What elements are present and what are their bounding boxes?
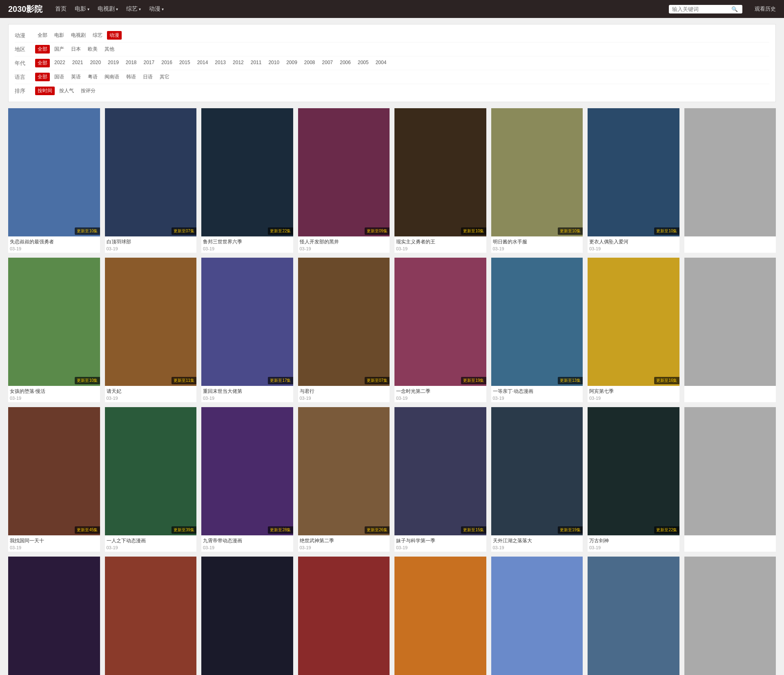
anime-info: 妹子与科学第一季03-19 xyxy=(394,535,486,552)
anime-date: 03-19 xyxy=(107,246,195,251)
anime-card[interactable]: 更新至07集白顶羽球部03-19 xyxy=(105,108,197,253)
anime-badge: 更新至28集 xyxy=(268,526,293,534)
filter-option[interactable]: 2006 xyxy=(337,59,353,67)
filter-option[interactable]: 英语 xyxy=(69,73,83,81)
filter-option[interactable]: 2004 xyxy=(373,59,389,67)
anime-info: 女孩的堕落·慢活03-19 xyxy=(8,386,100,402)
filter-option[interactable]: 2014 xyxy=(195,59,211,67)
filter-option[interactable]: 电影 xyxy=(52,31,67,40)
anime-card[interactable]: 更新至22集鲁邦三世世界六季03-19 xyxy=(201,108,293,253)
anime-card[interactable]: 更新至10集更衣人偶坠入爱河03-19 xyxy=(588,108,679,253)
anime-card[interactable]: 更新至28集九霄帝带动态漫画03-19 xyxy=(201,407,293,552)
filter-label: 动漫 xyxy=(15,32,31,39)
filter-option[interactable]: 欧美 xyxy=(85,45,100,53)
filter-option[interactable]: 2015 xyxy=(177,59,193,67)
filter-option[interactable]: 综艺 xyxy=(90,31,105,40)
filter-option[interactable]: 按时间 xyxy=(35,87,55,95)
anime-card[interactable]: 更新至19集一念时光第二季03-19 xyxy=(394,258,486,402)
filter-option[interactable]: 2013 xyxy=(212,59,228,67)
anime-card[interactable] xyxy=(684,108,776,253)
history-button[interactable]: 观看历史 xyxy=(755,5,776,13)
filter-option[interactable]: 2008 xyxy=(302,59,318,67)
filter-option[interactable]: 2016 xyxy=(159,59,175,67)
filter-option[interactable]: 2005 xyxy=(355,59,371,67)
filter-option[interactable]: 2007 xyxy=(320,59,336,67)
anime-info: 失恋叔叔的最强勇者03-19 xyxy=(8,236,100,253)
filter-option[interactable]: 其它 xyxy=(157,73,172,81)
nav-anime[interactable]: 动漫 ▾ xyxy=(149,5,164,13)
anime-title: 妹子与科学第一季 xyxy=(396,537,485,544)
anime-card[interactable]: 更新至07集与君行03-19 xyxy=(298,258,390,402)
anime-card[interactable]: 更新至10集失恋叔叔的最强勇者03-19 xyxy=(8,108,100,253)
anime-card[interactable]: 更新至17集重回末世当大佬第03-19 xyxy=(201,258,293,402)
nav-movie[interactable]: 电影 ▾ xyxy=(75,5,89,13)
search-icon[interactable]: 🔍 xyxy=(731,6,738,12)
filter-option[interactable]: 全部 xyxy=(35,59,50,67)
anime-info: 请天妃03-19 xyxy=(105,386,197,402)
anime-card[interactable]: 更新至22集万古剑神03-19 xyxy=(588,407,679,552)
filter-options: 按时间按人气按评分 xyxy=(35,87,98,95)
anime-card[interactable] xyxy=(684,557,776,675)
filter-option[interactable]: 按人气 xyxy=(57,87,76,95)
filter-option[interactable]: 闽南语 xyxy=(102,73,122,81)
filter-option[interactable]: 电视剧 xyxy=(69,31,88,40)
search-input[interactable] xyxy=(672,6,729,12)
anime-card[interactable]: 更新至10集女孩的堕落·慢活03-19 xyxy=(8,258,100,402)
filter-option[interactable]: 2017 xyxy=(141,59,157,67)
anime-card[interactable]: 更新至02集暴太郎战队03-19 xyxy=(298,557,390,675)
filter-option[interactable]: 全部 xyxy=(35,31,50,40)
filter-option[interactable]: 日本 xyxy=(69,45,83,53)
chevron-down-icon: ▾ xyxy=(162,7,164,11)
anime-card[interactable]: 更新至15集妹子与科学第一季03-19 xyxy=(394,407,486,552)
anime-card[interactable]: 更新至13集一等亲丁·动态漫画03-19 xyxy=(491,258,583,402)
anime-card[interactable]: 更新至26集绝世武神第二季03-19 xyxy=(298,407,390,552)
filter-option[interactable]: 韩语 xyxy=(124,73,138,81)
anime-badge: 更新至10集 xyxy=(75,227,100,235)
filter-option[interactable]: 其他 xyxy=(102,45,117,53)
filter-option[interactable]: 全部 xyxy=(35,45,50,53)
filter-option[interactable]: 粤语 xyxy=(85,73,100,81)
anime-card[interactable]: 更新至39集一人之下动态漫画03-19 xyxy=(105,407,197,552)
anime-card[interactable]: 更新至41集凡人修仙传03-19 xyxy=(201,557,293,675)
anime-card[interactable]: 更新至08集妖道至尊03-19 xyxy=(105,557,197,675)
filter-option[interactable]: 2018 xyxy=(123,59,139,67)
anime-card[interactable]: 更新至10集现实主义勇者的王03-19 xyxy=(394,108,486,253)
filter-option[interactable]: 国产 xyxy=(52,45,67,53)
filter-option[interactable]: 国语 xyxy=(52,73,67,81)
filter-option[interactable]: 2009 xyxy=(284,59,300,67)
anime-card[interactable]: 更新至240集火影忍者：博人传03-19 xyxy=(394,557,486,675)
filter-row-0: 动漫全部电影电视剧综艺动漫 xyxy=(15,29,769,42)
anime-card[interactable]: 完半田君传说03-19 xyxy=(588,557,679,675)
filter-option[interactable]: 按评分 xyxy=(78,87,98,95)
nav-home[interactable]: 首页 xyxy=(55,5,67,13)
nav-tv[interactable]: 电视剧 ▾ xyxy=(98,5,118,13)
anime-card[interactable]: 更新至26集假面骑士利维斯03-19 xyxy=(491,557,583,675)
filter-option[interactable]: 动漫 xyxy=(107,31,122,40)
anime-card[interactable]: 更新至10集噬灵女萧四季03-19 xyxy=(8,557,100,675)
filter-option[interactable]: 日语 xyxy=(140,73,155,81)
anime-card[interactable]: 更新至16集阿宾第七季03-19 xyxy=(588,258,679,402)
anime-poster: 更新至22集 xyxy=(588,407,679,535)
anime-date: 03-19 xyxy=(203,545,292,550)
anime-card[interactable]: 更新至10集明日酱的水手服03-19 xyxy=(491,108,583,253)
filter-option[interactable]: 2011 xyxy=(248,59,264,67)
filter-option[interactable]: 2021 xyxy=(70,59,86,67)
anime-card[interactable]: 更新至09集怪人开发部的黑井03-19 xyxy=(298,108,390,253)
anime-title: 女孩的堕落·慢活 xyxy=(10,388,98,395)
filter-option[interactable]: 2010 xyxy=(266,59,282,67)
anime-card[interactable]: 更新至11集请天妃03-19 xyxy=(105,258,197,402)
nav-variety[interactable]: 综艺 ▾ xyxy=(126,5,141,13)
filter-options: 全部国语英语粤语闽南语韩语日语其它 xyxy=(35,73,172,81)
anime-card[interactable]: 更新至45集我找国同一天十03-19 xyxy=(8,407,100,552)
anime-date: 03-19 xyxy=(300,396,388,401)
site-logo[interactable]: 2030影院 xyxy=(8,4,43,15)
anime-date: 03-19 xyxy=(589,396,678,401)
filter-option[interactable]: 2022 xyxy=(52,59,68,67)
filter-option[interactable]: 2012 xyxy=(230,59,246,67)
filter-option[interactable]: 2019 xyxy=(105,59,121,67)
filter-option[interactable]: 全部 xyxy=(35,73,50,81)
anime-card[interactable] xyxy=(684,407,776,552)
anime-card[interactable] xyxy=(684,258,776,402)
filter-option[interactable]: 2020 xyxy=(87,59,103,67)
anime-card[interactable]: 更新至19集天外江湖之落落大03-19 xyxy=(491,407,583,552)
